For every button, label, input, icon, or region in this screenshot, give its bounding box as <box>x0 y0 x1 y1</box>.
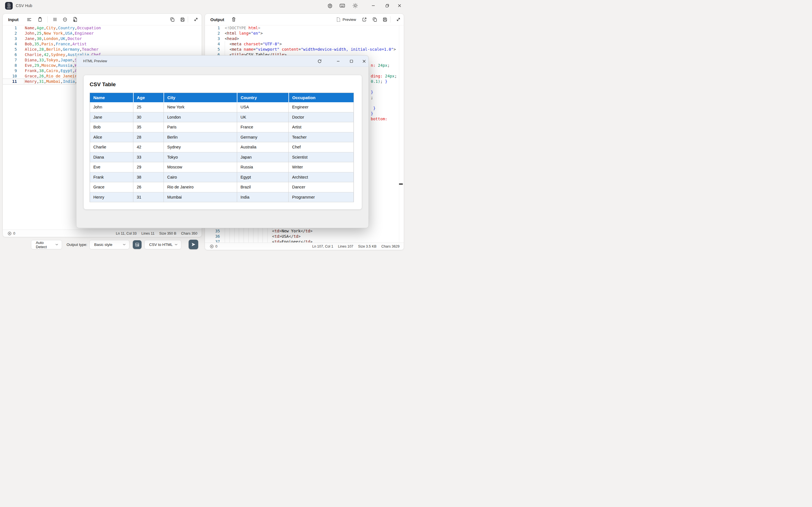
send-arrow-icon <box>191 242 196 247</box>
format-lines-icon[interactable] <box>26 15 33 23</box>
table-cell: 38 <box>133 172 164 182</box>
conversion-dropdown[interactable]: CSV to HTML <box>144 240 181 249</box>
scrollbar-thumb[interactable] <box>399 183 403 185</box>
keyboard-icon[interactable] <box>339 2 346 9</box>
paste-clipboard-icon[interactable] <box>36 15 44 23</box>
preview-heading: CSV Table <box>90 81 116 88</box>
char-count: Chars 350 <box>181 231 197 235</box>
error-count: 0 <box>3 231 15 235</box>
copy-output-icon[interactable] <box>371 15 378 23</box>
table-cell: 25 <box>133 102 164 112</box>
table-cell: Writer <box>289 162 354 172</box>
table-header-cell: Occupation <box>289 93 354 102</box>
save-output-icon[interactable] <box>381 15 389 23</box>
preview-window-titlebar[interactable]: HTML Preview <box>77 55 368 67</box>
expand-output-icon[interactable] <box>395 15 402 23</box>
preview-button[interactable]: Preview <box>336 17 356 22</box>
minimize-button[interactable] <box>370 2 377 9</box>
copy-input-icon[interactable] <box>168 15 176 23</box>
cursor-position: Ln 11, Col 33 <box>116 231 137 235</box>
code-line[interactable]: 2<html lang="en"> <box>205 31 404 36</box>
theme-brightness-icon[interactable] <box>352 2 359 9</box>
preview-maximize-button[interactable] <box>348 58 355 64</box>
scrollbar-track[interactable] <box>399 25 399 244</box>
preview-close-button[interactable] <box>361 58 367 64</box>
maximize-restore-button[interactable] <box>384 2 391 9</box>
style-editor-button[interactable] <box>133 240 142 249</box>
table-cell: Charlie <box>90 142 133 152</box>
error-count: 0 <box>205 244 217 248</box>
convert-send-button[interactable] <box>189 240 198 249</box>
table-cell: London <box>164 112 237 122</box>
table-cell: 31 <box>133 192 164 202</box>
expand-input-icon[interactable] <box>192 15 200 23</box>
table-cell: Japan <box>237 152 289 162</box>
output-panel-header: Output Preview <box>205 14 404 25</box>
table-cell: 29 <box>133 162 164 172</box>
table-cell: UK <box>237 112 289 122</box>
preview-button-label: Preview <box>343 17 356 22</box>
form-card-icon <box>135 242 140 247</box>
table-header-cell: Age <box>133 93 164 102</box>
chevron-down-icon <box>55 244 58 245</box>
reload-icon[interactable] <box>316 58 323 64</box>
close-button[interactable] <box>396 2 403 9</box>
csv-line[interactable]: 5Alice,28,Berlin,Germany,Teacher <box>3 47 202 52</box>
columns-icon[interactable] <box>51 15 59 23</box>
output-status-bar: 0 Ln 107, Col 1 Lines 107 Size 3.5 KB Ch… <box>205 242 404 250</box>
table-cell: Moscow <box>164 162 237 172</box>
unlink-minus-circle-icon[interactable] <box>61 15 69 23</box>
output-style-dropdown[interactable]: Basic style <box>89 240 130 249</box>
table-cell: Australia <box>237 142 289 152</box>
format-detect-dropdown[interactable]: Auto Detect <box>31 240 62 249</box>
preview-content-card: CSV Table NameAgeCityCountryOccupation J… <box>84 75 362 209</box>
cursor-position: Ln 107, Col 1 <box>312 244 333 248</box>
table-cell: Programmer <box>289 192 354 202</box>
settings-gear-icon[interactable] <box>326 2 333 9</box>
save-input-icon[interactable] <box>179 15 186 23</box>
csv-line[interactable]: 1Name,Age,City,Country,Occupation <box>3 25 202 31</box>
table-row: Bob35ParisFranceArtist <box>90 122 354 132</box>
app-logo: CSV <box>5 2 13 10</box>
conversion-value: CSV to HTML <box>149 242 172 247</box>
table-cell: Doctor <box>289 112 354 122</box>
code-line[interactable]: 5<meta name="viewport" content="width=de… <box>205 47 404 52</box>
char-count: Chars 3629 <box>381 244 400 248</box>
code-fragment: } <box>371 106 375 111</box>
header-divider <box>390 16 391 22</box>
table-cell: Frank <box>90 172 133 182</box>
table-cell: Scientist <box>289 152 354 162</box>
code-line[interactable]: 3<head> <box>205 36 404 41</box>
table-row: Eve29MoscowRussiaWriter <box>90 162 354 172</box>
table-cell: France <box>237 122 289 132</box>
line-count: Lines 107 <box>338 244 353 248</box>
table-cell: Egypt <box>237 172 289 182</box>
code-line[interactable]: 35<td>New York</td> <box>205 228 404 234</box>
clear-output-trash-icon[interactable] <box>230 15 238 23</box>
table-row: John25New YorkUSAEngineer <box>90 102 354 112</box>
code-line[interactable]: 1<!DOCTYPE html> <box>205 25 404 31</box>
csv-line[interactable]: 3Jane,30,London,UK,Doctor <box>3 36 202 41</box>
file-convert-icon[interactable] <box>71 15 79 23</box>
input-panel-title: Input <box>3 17 18 22</box>
preview-window-title: HTML Preview <box>77 59 107 63</box>
line-count: Lines 11 <box>142 231 154 235</box>
html-preview-window: HTML Preview CSV Table NameAgeCityCountr… <box>76 55 369 228</box>
share-icon[interactable] <box>360 15 368 23</box>
table-cell: Dancer <box>289 182 354 192</box>
code-fragment: } <box>371 111 373 116</box>
chevron-down-icon <box>123 244 126 245</box>
csv-line[interactable]: 4Bob,35,Paris,France,Artist <box>3 41 202 47</box>
csv-line[interactable]: 2John,25,New York,USA,Engineer <box>3 31 202 36</box>
table-row: Frank38CairoEgyptArchitect <box>90 172 354 182</box>
table-row: Alice28BerlinGermanyTeacher <box>90 132 354 142</box>
table-cell: Russia <box>237 162 289 172</box>
table-header-cell: Country <box>237 93 289 102</box>
table-header-cell: Name <box>90 93 133 102</box>
code-line[interactable]: 4<meta charset="UTF-8"> <box>205 41 404 47</box>
app-titlebar: CSV CSV Hub <box>0 0 406 11</box>
preview-minimize-button[interactable] <box>335 58 342 64</box>
table-cell: Brazil <box>237 182 289 192</box>
code-line[interactable]: 36<td>USA</td> <box>205 234 404 239</box>
table-cell: Berlin <box>164 132 237 142</box>
